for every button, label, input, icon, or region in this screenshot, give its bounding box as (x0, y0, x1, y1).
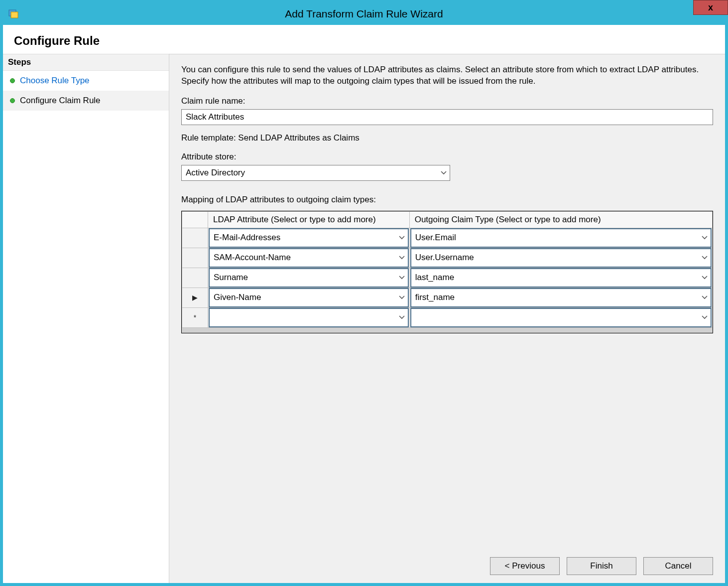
ldap-attribute-cell[interactable] (209, 308, 409, 327)
claim-rule-name-input[interactable] (181, 109, 713, 125)
table-row: ▶Given-Namefirst_name (182, 288, 713, 307)
wizard-buttons: < Previous Finish Cancel (181, 548, 713, 575)
row-selector-cell[interactable] (182, 268, 208, 288)
ldap-attribute-value: E-Mail-Addresses (214, 233, 280, 243)
step-bullet-icon (10, 78, 15, 83)
ldap-attribute-cell[interactable]: Given-Name (209, 288, 409, 307)
chevron-down-icon (399, 275, 405, 281)
ldap-attribute-cell[interactable]: SAM-Account-Name (209, 248, 409, 268)
row-selector-cell[interactable]: ▶ (182, 288, 208, 307)
row-selector-cell[interactable]: * (182, 307, 208, 327)
chevron-down-icon (399, 294, 405, 300)
app-icon (8, 8, 19, 20)
description-text: You can configure this rule to send the … (181, 64, 713, 87)
mapping-grid: LDAP Attribute (Select or type to add mo… (181, 211, 713, 333)
chevron-down-icon (399, 314, 405, 320)
outgoing-claim-cell[interactable]: User.Username (410, 248, 712, 268)
outgoing-claim-value: last_name (415, 273, 454, 283)
body-row: Steps Choose Rule Type Configure Claim R… (3, 54, 725, 583)
page-header: Configure Rule (3, 25, 725, 54)
steps-sidebar: Steps Choose Rule Type Configure Claim R… (3, 54, 169, 583)
window-title: Add Transform Claim Rule Wizard (3, 8, 725, 20)
ldap-attribute-value: SAM-Account-Name (214, 253, 291, 263)
chevron-down-icon (702, 255, 708, 261)
ldap-attribute-value: Given-Name (214, 293, 261, 302)
grid-scroll-area (182, 328, 713, 333)
row-selector-cell[interactable] (182, 228, 208, 248)
step-choose-rule-type[interactable]: Choose Rule Type (3, 71, 169, 91)
wizard-window: Add Transform Claim Rule Wizard x Config… (0, 0, 728, 586)
row-selector-header (182, 211, 208, 228)
previous-button[interactable]: < Previous (490, 557, 560, 575)
ldap-attribute-value: Surname (214, 273, 248, 283)
outgoing-claim-header: Outgoing Claim Type (Select or type to a… (409, 211, 712, 228)
outgoing-claim-cell[interactable]: last_name (410, 268, 712, 288)
mapping-label: Mapping of LDAP attributes to outgoing c… (181, 195, 713, 205)
steps-header: Steps (3, 54, 169, 71)
table-row: * (182, 307, 713, 327)
main-panel: You can configure this rule to send the … (169, 54, 725, 583)
step-label: Configure Claim Rule (20, 96, 101, 106)
rule-template-text: Rule template: Send LDAP Attributes as C… (181, 133, 713, 143)
ldap-attribute-cell[interactable]: E-Mail-Addresses (209, 228, 409, 248)
table-row: SAM-Account-NameUser.Username (182, 248, 713, 268)
cancel-button[interactable]: Cancel (643, 557, 713, 575)
outgoing-claim-cell[interactable]: first_name (410, 288, 712, 307)
chevron-down-icon (702, 235, 708, 241)
step-configure-claim-rule[interactable]: Configure Claim Rule (3, 91, 169, 111)
table-row: Surnamelast_name (182, 268, 713, 288)
outgoing-claim-value: User.Email (415, 233, 456, 243)
step-label: Choose Rule Type (20, 76, 90, 86)
step-bullet-icon (10, 98, 15, 103)
outgoing-claim-value: first_name (415, 293, 455, 302)
outgoing-claim-cell[interactable] (410, 308, 712, 327)
chevron-down-icon (441, 170, 447, 176)
attribute-store-dropdown[interactable]: Active Directory (181, 165, 450, 181)
client-area: Configure Rule Steps Choose Rule Type Co… (3, 25, 725, 583)
close-icon: x (708, 2, 713, 13)
svg-rect-1 (11, 12, 18, 18)
page-title: Configure Rule (14, 34, 714, 48)
title-bar: Add Transform Claim Rule Wizard x (3, 3, 725, 25)
chevron-down-icon (702, 314, 708, 320)
row-selector-cell[interactable] (182, 248, 208, 268)
ldap-attribute-cell[interactable]: Surname (209, 268, 409, 288)
attribute-store-value: Active Directory (186, 168, 245, 178)
chevron-down-icon (702, 275, 708, 281)
close-button[interactable]: x (693, 0, 728, 15)
finish-button[interactable]: Finish (567, 557, 636, 575)
attribute-store-label: Attribute store: (181, 152, 713, 162)
outgoing-claim-value: User.Username (415, 253, 474, 263)
table-row: E-Mail-AddressesUser.Email (182, 228, 713, 248)
chevron-down-icon (399, 255, 405, 261)
claim-rule-name-label: Claim rule name: (181, 96, 713, 106)
ldap-attribute-header: LDAP Attribute (Select or type to add mo… (208, 211, 410, 228)
chevron-down-icon (399, 235, 405, 241)
chevron-down-icon (702, 294, 708, 300)
outgoing-claim-cell[interactable]: User.Email (410, 228, 712, 248)
